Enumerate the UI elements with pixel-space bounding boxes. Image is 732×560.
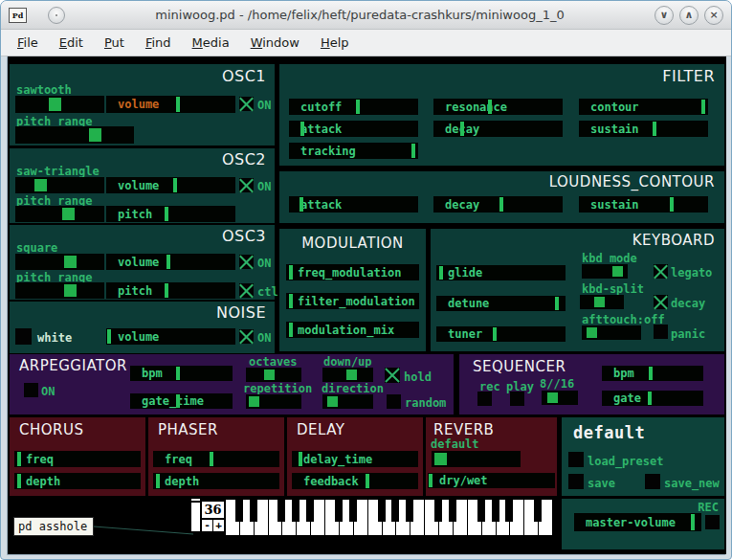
- slider-handle[interactable]: [166, 255, 170, 269]
- slider-handle[interactable]: [300, 122, 304, 136]
- kbd-mode-slider[interactable]: [582, 264, 628, 279]
- filter-decay-slider[interactable]: decay: [433, 121, 563, 137]
- filter-attack-slider[interactable]: attack: [289, 121, 418, 137]
- piano-black-key[interactable]: [505, 500, 513, 522]
- piano-black-key[interactable]: [449, 500, 456, 522]
- osc3-volume-slider[interactable]: volume: [106, 254, 235, 270]
- tuner-slider[interactable]: tuner: [436, 326, 566, 342]
- filter-sustain-slider[interactable]: sustain: [579, 121, 708, 137]
- slider-handle[interactable]: [612, 266, 623, 277]
- piano-keyboard[interactable]: [225, 499, 552, 536]
- slider-handle[interactable]: [289, 323, 293, 337]
- slider-handle[interactable]: [210, 452, 213, 466]
- slider-handle[interactable]: [493, 327, 497, 341]
- octave-value[interactable]: 36: [202, 502, 224, 518]
- loudness-decay-slider[interactable]: decay: [433, 196, 563, 213]
- kbd-split-slider[interactable]: [580, 295, 624, 309]
- delay-time-slider[interactable]: delay_time: [292, 451, 418, 467]
- chorus-freq-slider[interactable]: freq: [14, 451, 141, 467]
- afttouch-slider[interactable]: [582, 325, 641, 340]
- decrement-button[interactable]: -: [202, 520, 212, 531]
- menu-help[interactable]: Help: [312, 33, 358, 53]
- menu-window[interactable]: Window: [242, 33, 308, 53]
- slider-handle[interactable]: [299, 452, 302, 466]
- downup-slider[interactable]: [322, 368, 373, 382]
- seq-gate-slider[interactable]: gate: [602, 391, 703, 406]
- noise-white-toggle[interactable]: [15, 328, 32, 345]
- slider-handle[interactable]: [327, 396, 338, 407]
- slider-handle[interactable]: [156, 474, 160, 488]
- piano-black-key[interactable]: [406, 500, 413, 522]
- slider-handle[interactable]: [460, 122, 464, 136]
- slider-handle[interactable]: [547, 392, 558, 403]
- slider-handle[interactable]: [176, 394, 180, 408]
- master-rec-toggle[interactable]: [705, 515, 720, 529]
- slider-handle[interactable]: [594, 297, 605, 307]
- slider-handle[interactable]: [62, 208, 75, 220]
- menu-media[interactable]: Media: [184, 33, 238, 53]
- filter-modulation-slider[interactable]: filter_modulation: [286, 293, 419, 309]
- menu-file[interactable]: File: [9, 33, 47, 53]
- slider-handle[interactable]: [356, 100, 360, 114]
- menu-find[interactable]: Find: [137, 33, 180, 53]
- phaser-freq-slider[interactable]: freq: [153, 451, 279, 467]
- increment-button[interactable]: +: [213, 520, 224, 531]
- osc1-waveform-slider[interactable]: [15, 96, 104, 113]
- slider-handle[interactable]: [176, 97, 180, 112]
- piano-black-key[interactable]: [477, 500, 485, 522]
- slider-handle[interactable]: [299, 197, 303, 212]
- slider-handle[interactable]: [653, 122, 656, 136]
- slider-handle[interactable]: [89, 128, 101, 142]
- osc2-waveform-slider[interactable]: [15, 177, 104, 193]
- piano-black-key[interactable]: [306, 500, 314, 522]
- slider-handle[interactable]: [701, 100, 705, 114]
- arpeggiator-on-toggle[interactable]: [24, 383, 38, 397]
- noise-volume-slider[interactable]: volume: [106, 328, 235, 345]
- save-toggle[interactable]: [568, 474, 584, 489]
- step-length-slider[interactable]: [542, 391, 578, 405]
- filter-contour-slider[interactable]: contour: [579, 99, 708, 115]
- slider-handle[interactable]: [499, 197, 503, 212]
- piano-black-key[interactable]: [335, 500, 343, 522]
- freq-modulation-slider[interactable]: freq_modulation: [286, 264, 419, 280]
- osc1-on-toggle[interactable]: [239, 97, 254, 111]
- slider-handle[interactable]: [366, 474, 369, 488]
- noise-on-toggle[interactable]: [239, 329, 254, 344]
- piano-black-key[interactable]: [434, 500, 442, 522]
- direction-slider[interactable]: [322, 394, 373, 409]
- play-toggle[interactable]: [510, 392, 524, 406]
- filter-cutoff-slider[interactable]: cutoff: [289, 99, 418, 115]
- chorus-depth-slider[interactable]: depth: [14, 473, 141, 489]
- piano-black-key[interactable]: [391, 500, 399, 522]
- piano-black-key[interactable]: [492, 500, 499, 522]
- slider-handle[interactable]: [173, 178, 177, 192]
- slider-handle[interactable]: [165, 207, 168, 221]
- osc2-on-toggle[interactable]: [239, 178, 254, 192]
- slider-handle[interactable]: [289, 294, 293, 308]
- osc2-pitch-slider[interactable]: pitch: [106, 206, 235, 222]
- pd-subpatch-object[interactable]: pd asshole: [13, 517, 94, 536]
- slider-handle[interactable]: [17, 452, 21, 466]
- slider-handle[interactable]: [439, 266, 443, 280]
- filter-tracking-slider[interactable]: tracking: [289, 143, 418, 159]
- octaves-slider[interactable]: [246, 368, 301, 382]
- slider-handle[interactable]: [176, 367, 180, 380]
- osc3-pitch-range-slider[interactable]: [15, 282, 104, 299]
- piano-black-key[interactable]: [277, 500, 285, 522]
- slider-handle[interactable]: [587, 327, 597, 338]
- slider-handle[interactable]: [34, 179, 47, 191]
- menu-edit[interactable]: Edit: [51, 33, 92, 53]
- rec-toggle[interactable]: [477, 392, 492, 406]
- phaser-depth-slider[interactable]: depth: [153, 473, 279, 489]
- slider-handle[interactable]: [691, 514, 695, 530]
- piano-black-key[interactable]: [292, 500, 299, 522]
- slider-handle[interactable]: [107, 329, 111, 344]
- osc2-pitch-range-slider[interactable]: [15, 206, 104, 222]
- piano-black-key[interactable]: [349, 500, 357, 522]
- panic-toggle[interactable]: [654, 325, 668, 339]
- load-preset-toggle[interactable]: [568, 452, 584, 467]
- slider-handle[interactable]: [434, 453, 447, 465]
- random-toggle[interactable]: [387, 394, 401, 409]
- octave-number-box[interactable]: 36 - +: [191, 499, 226, 533]
- slider-handle[interactable]: [49, 98, 61, 111]
